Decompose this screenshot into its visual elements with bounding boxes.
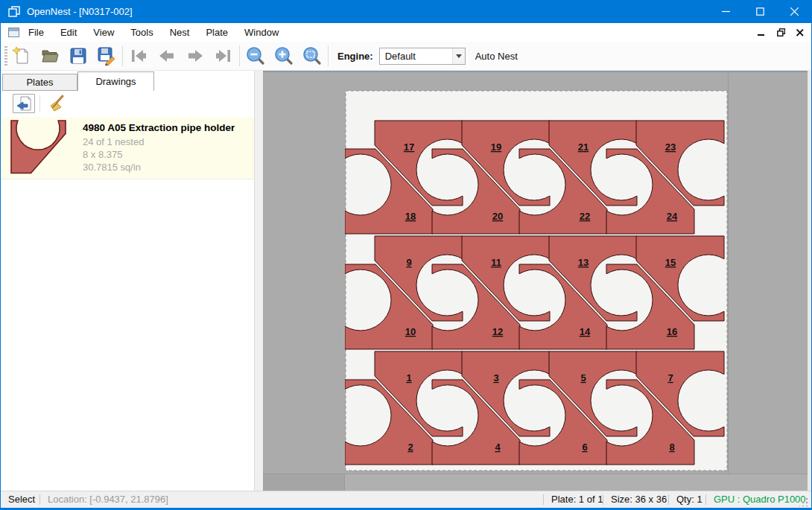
scrollbar-track-segment[interactable] — [263, 474, 345, 491]
mdi-restore-icon — [777, 28, 785, 36]
nest-part-label: 12 — [492, 326, 503, 337]
drawings-toolbar — [1, 91, 254, 115]
save-button[interactable] — [64, 44, 92, 68]
save-icon — [69, 46, 88, 66]
menu-nest[interactable]: Nest — [162, 24, 198, 41]
toolbar-separator — [328, 45, 329, 66]
go-first-button[interactable] — [124, 44, 153, 68]
close-icon — [790, 7, 799, 16]
nest-part-label: 21 — [578, 141, 589, 153]
nest-part-label: 24 — [667, 211, 678, 222]
maximize-button[interactable] — [743, 0, 777, 23]
save-as-icon — [97, 46, 116, 66]
tab-plates-label: Plates — [26, 77, 53, 88]
nest-part-label: 16 — [667, 326, 677, 337]
part-thumbnail — [10, 120, 67, 174]
nest-part-label: 6 — [582, 442, 587, 453]
menu-plate[interactable]: Plate — [197, 24, 236, 41]
maximize-icon — [756, 7, 764, 16]
engine-label: Engine: — [337, 51, 373, 62]
status-separator — [603, 494, 603, 505]
panel-scrollbar[interactable] — [254, 71, 263, 491]
nest-part-label: 17 — [404, 141, 414, 153]
status-location: Location: [-0.9437, 21.8796] — [48, 494, 168, 505]
nest-part-label: 2 — [407, 442, 413, 453]
new-document-icon — [12, 46, 31, 66]
open-file-button[interactable] — [36, 44, 64, 68]
plate[interactable]: 171819202122232491011121314151612345678 — [345, 90, 728, 474]
menu-window[interactable]: Window — [236, 24, 287, 41]
tab-drawings-label: Drawings — [95, 76, 136, 87]
zoom-extents-button[interactable] — [298, 44, 326, 68]
main-toolbar: Engine: Default Auto Nest — [1, 42, 811, 71]
clean-broom-icon — [47, 95, 65, 112]
canvas-right-edge — [808, 71, 811, 491]
minimize-icon — [722, 7, 730, 16]
go-first-icon — [129, 46, 148, 66]
status-separator — [705, 494, 706, 505]
nest-part-label: 10 — [405, 326, 416, 337]
zoom-in-button[interactable] — [270, 44, 298, 68]
status-qty: Qty: 1 — [676, 494, 702, 505]
nest-part-label: 15 — [665, 257, 676, 268]
drawing-list-item[interactable]: 4980 A05 Extraction pipe holder 24 of 1 … — [1, 117, 254, 179]
go-previous-icon — [157, 46, 177, 66]
minimize-button[interactable] — [708, 0, 743, 23]
nest-part-label: 23 — [665, 141, 676, 153]
zoom-extents-icon — [302, 46, 322, 66]
engine-dropdown-button[interactable] — [452, 48, 465, 64]
nest-canvas[interactable]: 171819202122232491011121314151612345678 — [263, 71, 808, 474]
nest-part-label: 3 — [493, 372, 498, 383]
drawing-size: 8 x 8.375 — [83, 149, 123, 160]
drawings-panel: Plates Drawings — [1, 71, 263, 491]
panel-tabs: Plates Drawings — [1, 71, 254, 91]
nest-part-label: 5 — [580, 372, 586, 383]
resize-grip[interactable] — [799, 497, 808, 506]
open-file-icon — [40, 46, 60, 66]
tab-drawings[interactable]: Drawings — [77, 71, 154, 91]
nest-part-label: 22 — [580, 211, 590, 222]
canvas-top-edge — [263, 71, 808, 72]
status-size: Size: 36 x 36 — [611, 494, 667, 505]
status-plate: Plate: 1 of 1 — [551, 494, 603, 505]
new-document-button[interactable] — [7, 44, 36, 68]
nest-part-label: 7 — [667, 372, 673, 383]
auto-nest-button[interactable]: Auto Nest — [475, 51, 518, 62]
mdi-restore-button[interactable] — [774, 26, 787, 39]
window-title: OpenNest - [N0317-002] — [27, 6, 133, 17]
engine-select[interactable]: Default — [379, 48, 466, 65]
zoom-out-button[interactable] — [241, 44, 270, 68]
canvas-horizontal-scrollbar[interactable] — [263, 474, 808, 491]
app-icon — [8, 6, 20, 18]
go-next-button[interactable] — [181, 44, 209, 68]
tab-plates[interactable]: Plates — [2, 74, 77, 91]
status-bar: Select Location: [-0.9437, 21.8796] Plat… — [1, 491, 811, 508]
nest-part-label: 20 — [492, 211, 503, 222]
toolbar-separator — [239, 45, 240, 66]
mdi-minimize-button[interactable] — [755, 26, 768, 39]
import-drawing-button[interactable] — [13, 94, 35, 113]
clean-button[interactable] — [45, 94, 67, 113]
nest-part-label: 13 — [578, 257, 589, 268]
chevron-down-icon — [456, 54, 462, 58]
drawing-area: 30.7815 sq/in — [83, 162, 141, 173]
mdi-close-icon — [796, 29, 804, 36]
go-previous-button[interactable] — [153, 44, 181, 68]
drawing-title: 4980 A05 Extraction pipe holder — [83, 122, 235, 133]
mdi-close-button[interactable] — [793, 26, 807, 39]
save-as-button[interactable] — [92, 44, 121, 68]
menu-tools[interactable]: Tools — [122, 24, 161, 41]
menu-file[interactable]: File — [20, 24, 52, 41]
close-button[interactable] — [777, 0, 811, 23]
panel-toolbar-separator — [39, 95, 40, 112]
nest-part-label: 11 — [491, 257, 501, 268]
go-last-icon — [214, 46, 233, 66]
import-drawing-icon — [16, 95, 32, 112]
go-next-icon — [185, 46, 205, 66]
engine-selected-value: Default — [380, 51, 452, 62]
status-mode: Select — [8, 494, 35, 505]
zoom-out-icon — [246, 46, 265, 66]
go-last-button[interactable] — [209, 44, 238, 68]
menu-view[interactable]: View — [85, 24, 122, 41]
menu-edit[interactable]: Edit — [52, 24, 85, 41]
